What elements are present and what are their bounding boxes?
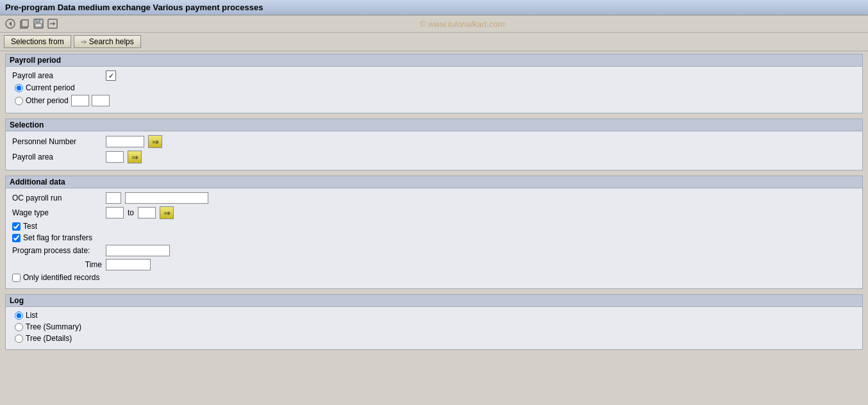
only-identified-label: Only identified records bbox=[23, 273, 99, 282]
list-label: List bbox=[26, 311, 38, 320]
current-period-row: Current period bbox=[15, 83, 856, 92]
selection-section: Selection Personnel Number ⇒ Payroll are… bbox=[5, 119, 863, 170]
selection-payroll-area-arrow-btn[interactable]: ⇒ bbox=[128, 151, 142, 163]
wage-type-label: Wage type bbox=[12, 208, 102, 217]
title-bar: Pre-program Data medium exchange Various… bbox=[0, 0, 868, 15]
payroll-period-body: Payroll area ✓ Current period Other peri… bbox=[6, 67, 862, 113]
back-icon[interactable] bbox=[4, 17, 17, 30]
button-bar: Selections from ⇒ Search helps bbox=[0, 33, 868, 51]
payroll-period-header: Payroll period bbox=[6, 54, 862, 67]
time-input[interactable]: 00:00:00 bbox=[106, 259, 151, 270]
tree-summary-label: Tree (Summary) bbox=[26, 322, 81, 331]
list-radio[interactable] bbox=[15, 311, 23, 320]
personnel-number-input[interactable] bbox=[106, 136, 144, 147]
execute-icon[interactable] bbox=[46, 17, 59, 30]
set-flag-label: Set flag for transfers bbox=[23, 233, 92, 242]
payroll-period-section: Payroll period Payroll area ✓ Current pe… bbox=[5, 54, 863, 113]
svg-marker-9 bbox=[53, 22, 55, 26]
svg-marker-1 bbox=[9, 21, 12, 26]
save-icon[interactable] bbox=[32, 17, 45, 30]
main-content: Payroll period Payroll area ✓ Current pe… bbox=[0, 51, 868, 358]
tree-summary-row: Tree (Summary) bbox=[15, 322, 856, 331]
additional-data-body: OC payroll run Wage type to ⇒ Test Set f… bbox=[6, 188, 862, 288]
program-process-date-row: Program process date: bbox=[12, 245, 856, 256]
personnel-number-row: Personnel Number ⇒ bbox=[12, 135, 856, 148]
other-period-radio[interactable] bbox=[15, 97, 23, 105]
payroll-area-label: Payroll area bbox=[12, 71, 102, 80]
personnel-number-arrow-btn[interactable]: ⇒ bbox=[148, 135, 162, 148]
oc-payroll-input1[interactable] bbox=[106, 192, 121, 204]
only-identified-row: Only identified records bbox=[12, 273, 856, 282]
selection-body: Personnel Number ⇒ Payroll area ⇒ bbox=[6, 131, 862, 170]
toolbar: © www.tutorialkart.com bbox=[0, 15, 868, 33]
other-period-label: Other period bbox=[26, 96, 69, 105]
watermark: © www.tutorialkart.com bbox=[60, 19, 864, 29]
personnel-number-label: Personnel Number bbox=[12, 137, 102, 146]
payroll-area-checkbox[interactable]: ✓ bbox=[106, 70, 116, 81]
log-body: List Tree (Summary) Tree (Details) bbox=[6, 307, 862, 349]
additional-data-section: Additional data OC payroll run Wage type… bbox=[5, 176, 863, 289]
current-period-label: Current period bbox=[26, 83, 75, 92]
other-period-row: Other period bbox=[15, 95, 856, 106]
svg-rect-5 bbox=[36, 19, 40, 22]
current-period-radio[interactable] bbox=[15, 84, 23, 92]
wage-type-to-input[interactable] bbox=[138, 207, 156, 219]
selection-payroll-area-input[interactable] bbox=[106, 151, 124, 163]
search-helps-button[interactable]: ⇒ Search helps bbox=[74, 35, 141, 48]
search-helps-arrow-icon: ⇒ bbox=[81, 38, 87, 46]
selection-header: Selection bbox=[6, 119, 862, 131]
tree-summary-radio[interactable] bbox=[15, 323, 23, 331]
svg-rect-3 bbox=[22, 20, 28, 27]
test-row: Test bbox=[12, 222, 856, 231]
tree-details-label: Tree (Details) bbox=[26, 334, 72, 343]
tree-details-radio[interactable] bbox=[15, 335, 23, 343]
additional-data-header: Additional data bbox=[6, 176, 862, 188]
oc-payroll-run-label: OC payroll run bbox=[12, 194, 102, 202]
selection-payroll-area-label: Payroll area bbox=[12, 153, 102, 161]
test-checkbox[interactable] bbox=[12, 222, 21, 231]
program-process-date-input[interactable] bbox=[106, 245, 170, 256]
time-row: Time 00:00:00 bbox=[12, 259, 856, 270]
search-helps-label: Search helps bbox=[89, 37, 134, 46]
svg-rect-6 bbox=[35, 24, 42, 27]
selections-from-label: Selections from bbox=[11, 37, 64, 46]
selection-payroll-area-row: Payroll area ⇒ bbox=[12, 151, 856, 163]
copy-icon[interactable] bbox=[18, 17, 31, 30]
test-label: Test bbox=[23, 222, 37, 231]
set-flag-row: Set flag for transfers bbox=[12, 233, 856, 242]
wage-type-arrow-btn[interactable]: ⇒ bbox=[160, 206, 174, 219]
oc-payroll-run-row: OC payroll run bbox=[12, 192, 856, 204]
wage-type-row: Wage type to ⇒ bbox=[12, 206, 856, 219]
set-flag-checkbox[interactable] bbox=[12, 234, 21, 242]
payroll-area-row: Payroll area ✓ bbox=[12, 70, 856, 81]
oc-payroll-input2[interactable] bbox=[125, 192, 208, 204]
only-identified-checkbox[interactable] bbox=[12, 274, 21, 282]
title-text: Pre-program Data medium exchange Various… bbox=[5, 3, 263, 12]
time-label: Time bbox=[12, 260, 102, 269]
other-period-input1[interactable] bbox=[71, 95, 89, 106]
log-header: Log bbox=[6, 295, 862, 307]
log-section: Log List Tree (Summary) Tree (Details) bbox=[5, 294, 863, 350]
wage-type-input[interactable] bbox=[106, 207, 124, 219]
list-row: List bbox=[15, 311, 856, 320]
program-process-date-label: Program process date: bbox=[12, 246, 102, 255]
tree-details-row: Tree (Details) bbox=[15, 334, 856, 343]
other-period-input2[interactable] bbox=[92, 95, 110, 106]
to-label: to bbox=[128, 208, 134, 217]
selections-from-button[interactable]: Selections from bbox=[4, 35, 71, 48]
